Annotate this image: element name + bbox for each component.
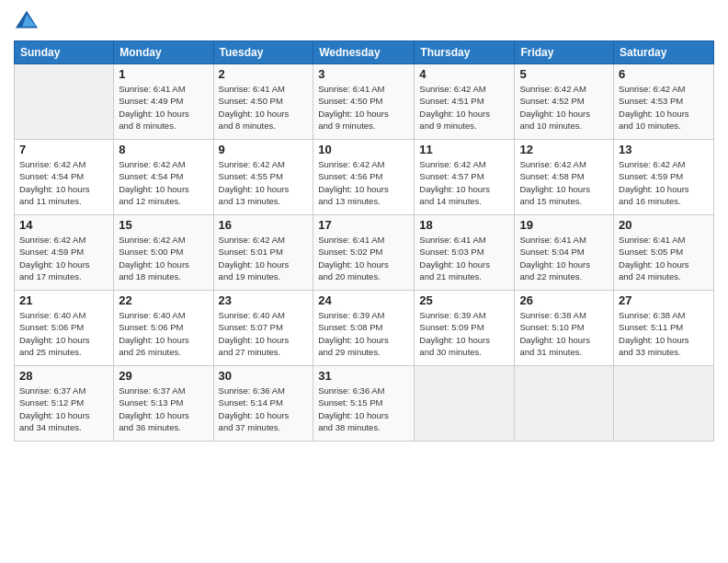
day-info: Sunrise: 6:42 AMSunset: 4:54 PMDaylight:… bbox=[19, 158, 108, 207]
calendar-cell: 18Sunrise: 6:41 AMSunset: 5:03 PMDayligh… bbox=[415, 215, 515, 291]
day-number: 31 bbox=[318, 369, 409, 383]
calendar-cell: 14Sunrise: 6:42 AMSunset: 4:59 PMDayligh… bbox=[15, 215, 114, 291]
calendar-cell: 7Sunrise: 6:42 AMSunset: 4:54 PMDaylight… bbox=[15, 140, 114, 215]
day-number: 6 bbox=[619, 67, 709, 81]
day-info: Sunrise: 6:41 AMSunset: 5:03 PMDaylight:… bbox=[419, 234, 509, 282]
day-info: Sunrise: 6:42 AMSunset: 4:57 PMDaylight:… bbox=[419, 158, 509, 207]
calendar-header-wednesday: Wednesday bbox=[313, 41, 415, 64]
day-number: 26 bbox=[519, 293, 609, 307]
calendar-cell: 12Sunrise: 6:42 AMSunset: 4:58 PMDayligh… bbox=[515, 140, 614, 215]
day-info: Sunrise: 6:39 AMSunset: 5:09 PMDaylight:… bbox=[419, 309, 509, 358]
day-info: Sunrise: 6:40 AMSunset: 5:06 PMDaylight:… bbox=[119, 309, 208, 358]
day-number: 2 bbox=[219, 67, 309, 81]
calendar-week-row: 1Sunrise: 6:41 AMSunset: 4:49 PMDaylight… bbox=[15, 64, 714, 140]
calendar-header-monday: Monday bbox=[114, 41, 213, 64]
calendar-cell: 17Sunrise: 6:41 AMSunset: 5:02 PMDayligh… bbox=[313, 215, 415, 291]
day-info: Sunrise: 6:41 AMSunset: 4:50 PMDaylight:… bbox=[318, 83, 409, 132]
calendar-cell bbox=[415, 366, 515, 442]
day-info: Sunrise: 6:40 AMSunset: 5:07 PMDaylight:… bbox=[219, 309, 309, 358]
calendar-cell: 9Sunrise: 6:42 AMSunset: 4:55 PMDaylight… bbox=[213, 140, 313, 215]
calendar-cell: 2Sunrise: 6:41 AMSunset: 4:50 PMDaylight… bbox=[213, 64, 313, 140]
calendar-cell: 8Sunrise: 6:42 AMSunset: 4:54 PMDaylight… bbox=[114, 140, 213, 215]
calendar-week-row: 28Sunrise: 6:37 AMSunset: 5:12 PMDayligh… bbox=[15, 366, 714, 442]
day-number: 1 bbox=[119, 67, 208, 81]
day-number: 13 bbox=[619, 143, 709, 156]
calendar-cell: 28Sunrise: 6:37 AMSunset: 5:12 PMDayligh… bbox=[15, 366, 114, 442]
day-info: Sunrise: 6:42 AMSunset: 4:52 PMDaylight:… bbox=[519, 83, 609, 132]
day-info: Sunrise: 6:42 AMSunset: 4:53 PMDaylight:… bbox=[619, 83, 709, 132]
day-info: Sunrise: 6:41 AMSunset: 5:02 PMDaylight:… bbox=[318, 234, 409, 282]
day-number: 17 bbox=[318, 218, 409, 232]
page: SundayMondayTuesdayWednesdayThursdayFrid… bbox=[0, 0, 728, 563]
calendar-cell bbox=[614, 366, 714, 442]
day-info: Sunrise: 6:38 AMSunset: 5:11 PMDaylight:… bbox=[619, 309, 709, 358]
day-number: 5 bbox=[519, 67, 609, 81]
calendar-header-tuesday: Tuesday bbox=[213, 41, 313, 64]
day-info: Sunrise: 6:41 AMSunset: 4:50 PMDaylight:… bbox=[219, 83, 309, 132]
day-info: Sunrise: 6:42 AMSunset: 4:51 PMDaylight:… bbox=[419, 83, 509, 132]
calendar-cell: 31Sunrise: 6:36 AMSunset: 5:15 PMDayligh… bbox=[313, 366, 415, 442]
calendar-week-row: 7Sunrise: 6:42 AMSunset: 4:54 PMDaylight… bbox=[15, 140, 714, 215]
day-number: 12 bbox=[519, 143, 609, 156]
calendar-cell bbox=[15, 64, 114, 140]
calendar-cell: 23Sunrise: 6:40 AMSunset: 5:07 PMDayligh… bbox=[213, 291, 313, 366]
day-info: Sunrise: 6:42 AMSunset: 4:54 PMDaylight:… bbox=[119, 158, 208, 207]
calendar-header-row: SundayMondayTuesdayWednesdayThursdayFrid… bbox=[15, 41, 714, 64]
day-number: 4 bbox=[419, 67, 509, 81]
calendar-cell: 27Sunrise: 6:38 AMSunset: 5:11 PMDayligh… bbox=[614, 291, 714, 366]
calendar-cell: 16Sunrise: 6:42 AMSunset: 5:01 PMDayligh… bbox=[213, 215, 313, 291]
day-info: Sunrise: 6:42 AMSunset: 4:56 PMDaylight:… bbox=[318, 158, 409, 207]
day-number: 29 bbox=[119, 369, 208, 383]
day-number: 16 bbox=[219, 218, 309, 232]
day-info: Sunrise: 6:41 AMSunset: 4:49 PMDaylight:… bbox=[119, 83, 208, 132]
day-info: Sunrise: 6:42 AMSunset: 4:59 PMDaylight:… bbox=[19, 234, 108, 282]
day-info: Sunrise: 6:36 AMSunset: 5:15 PMDaylight:… bbox=[318, 385, 409, 433]
day-info: Sunrise: 6:42 AMSunset: 4:55 PMDaylight:… bbox=[219, 158, 309, 207]
day-info: Sunrise: 6:36 AMSunset: 5:14 PMDaylight:… bbox=[219, 385, 309, 433]
calendar-cell: 4Sunrise: 6:42 AMSunset: 4:51 PMDaylight… bbox=[415, 64, 515, 140]
calendar-cell bbox=[515, 366, 614, 442]
day-info: Sunrise: 6:38 AMSunset: 5:10 PMDaylight:… bbox=[519, 309, 609, 358]
day-number: 3 bbox=[318, 67, 409, 81]
calendar-header-thursday: Thursday bbox=[415, 41, 515, 64]
day-info: Sunrise: 6:37 AMSunset: 5:12 PMDaylight:… bbox=[19, 385, 108, 433]
day-number: 24 bbox=[318, 293, 409, 307]
day-number: 27 bbox=[619, 293, 709, 307]
calendar-cell: 29Sunrise: 6:37 AMSunset: 5:13 PMDayligh… bbox=[114, 366, 213, 442]
day-number: 23 bbox=[219, 293, 309, 307]
calendar-cell: 22Sunrise: 6:40 AMSunset: 5:06 PMDayligh… bbox=[114, 291, 213, 366]
calendar-cell: 11Sunrise: 6:42 AMSunset: 4:57 PMDayligh… bbox=[415, 140, 515, 215]
calendar-header-friday: Friday bbox=[515, 41, 614, 64]
calendar-header-sunday: Sunday bbox=[15, 41, 114, 64]
day-number: 14 bbox=[19, 218, 108, 232]
calendar-cell: 26Sunrise: 6:38 AMSunset: 5:10 PMDayligh… bbox=[515, 291, 614, 366]
day-info: Sunrise: 6:42 AMSunset: 4:58 PMDaylight:… bbox=[519, 158, 609, 207]
day-info: Sunrise: 6:42 AMSunset: 4:59 PMDaylight:… bbox=[619, 158, 709, 207]
logo-icon bbox=[14, 9, 40, 35]
day-number: 10 bbox=[318, 143, 409, 156]
day-info: Sunrise: 6:37 AMSunset: 5:13 PMDaylight:… bbox=[119, 385, 208, 433]
calendar-cell: 19Sunrise: 6:41 AMSunset: 5:04 PMDayligh… bbox=[515, 215, 614, 291]
day-number: 7 bbox=[19, 143, 108, 156]
calendar-cell: 20Sunrise: 6:41 AMSunset: 5:05 PMDayligh… bbox=[614, 215, 714, 291]
calendar-cell: 5Sunrise: 6:42 AMSunset: 4:52 PMDaylight… bbox=[515, 64, 614, 140]
calendar-table: SundayMondayTuesdayWednesdayThursdayFrid… bbox=[14, 40, 714, 442]
day-info: Sunrise: 6:42 AMSunset: 5:00 PMDaylight:… bbox=[119, 234, 208, 282]
day-info: Sunrise: 6:41 AMSunset: 5:05 PMDaylight:… bbox=[619, 234, 709, 282]
logo bbox=[14, 9, 43, 35]
day-number: 11 bbox=[419, 143, 509, 156]
day-number: 21 bbox=[19, 293, 108, 307]
calendar-cell: 25Sunrise: 6:39 AMSunset: 5:09 PMDayligh… bbox=[415, 291, 515, 366]
calendar-cell: 6Sunrise: 6:42 AMSunset: 4:53 PMDaylight… bbox=[614, 64, 714, 140]
calendar-cell: 30Sunrise: 6:36 AMSunset: 5:14 PMDayligh… bbox=[213, 366, 313, 442]
calendar-cell: 3Sunrise: 6:41 AMSunset: 4:50 PMDaylight… bbox=[313, 64, 415, 140]
day-number: 20 bbox=[619, 218, 709, 232]
day-number: 15 bbox=[119, 218, 208, 232]
calendar-cell: 1Sunrise: 6:41 AMSunset: 4:49 PMDaylight… bbox=[114, 64, 213, 140]
calendar-week-row: 21Sunrise: 6:40 AMSunset: 5:06 PMDayligh… bbox=[15, 291, 714, 366]
day-number: 30 bbox=[219, 369, 309, 383]
day-info: Sunrise: 6:40 AMSunset: 5:06 PMDaylight:… bbox=[19, 309, 108, 358]
day-info: Sunrise: 6:41 AMSunset: 5:04 PMDaylight:… bbox=[519, 234, 609, 282]
calendar-cell: 13Sunrise: 6:42 AMSunset: 4:59 PMDayligh… bbox=[614, 140, 714, 215]
day-number: 9 bbox=[219, 143, 309, 156]
